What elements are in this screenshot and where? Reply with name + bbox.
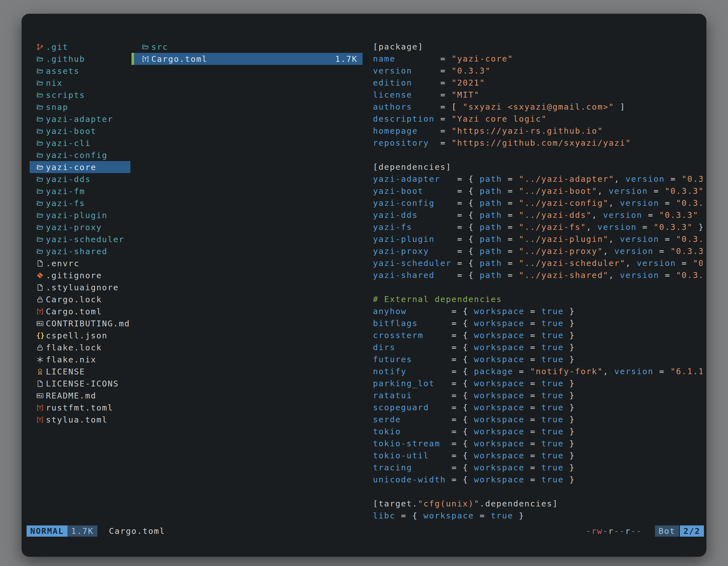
preview-line: notify = { package = "notify-fork", vers… [373, 365, 703, 377]
folder-icon [36, 139, 44, 147]
file-name: Cargo.toml [46, 307, 102, 316]
dir-row[interactable]: yazi-fm [30, 185, 130, 197]
file-row[interactable]: LICENSE-ICONS [30, 377, 130, 389]
file-name: LICENSE [46, 367, 85, 376]
dir-row[interactable]: .github [30, 53, 130, 65]
file-row[interactable]: .styluaignore [30, 281, 130, 293]
folder-icon [36, 187, 44, 196]
preview-line: edition = "2021" [373, 77, 703, 89]
dir-row[interactable]: yazi-scheduler [30, 233, 130, 245]
dir-row[interactable]: assets [30, 65, 130, 77]
file-name: yazi-plugin [46, 211, 108, 220]
folder-icon [36, 91, 44, 99]
dir-row[interactable]: yazi-plugin [30, 209, 130, 221]
folder-icon [36, 223, 44, 232]
file-name: yazi-fs [46, 199, 85, 208]
dir-row[interactable]: yazi-core [30, 161, 130, 173]
file-name: .git [46, 42, 68, 52]
file-name: flake.lock [46, 343, 102, 352]
preview-line: bitflags = { workspace = true } [373, 317, 703, 329]
dir-row[interactable]: yazi-proxy [30, 221, 130, 233]
file-name: yazi-dds [46, 175, 91, 184]
medal-icon [36, 367, 44, 376]
dir-row[interactable]: yazi-fs [30, 197, 130, 209]
dir-row[interactable]: yazi-adapter [30, 113, 130, 125]
preview-line: [dependencies] [373, 161, 703, 173]
dir-row[interactable]: yazi-boot [30, 125, 130, 137]
file-row[interactable]: {}cspell.json [30, 329, 130, 341]
folder-icon [36, 127, 44, 135]
file-icon [36, 259, 44, 268]
folder-icon [36, 79, 44, 87]
folder-icon [36, 163, 44, 172]
file-row[interactable]: LICENSE [30, 365, 130, 377]
dir-row[interactable]: scripts [30, 89, 130, 101]
toml-icon [36, 415, 44, 424]
toml-icon [36, 307, 44, 316]
preview-line: name = "yazi-core" [373, 53, 703, 65]
folder-icon [36, 103, 44, 111]
file-name: README.md [46, 391, 97, 400]
dir-row[interactable]: src [131, 41, 363, 53]
preview-line: yazi-dds = { path = "../yazi-dds", versi… [373, 209, 703, 221]
nix-icon [36, 355, 44, 364]
dir-row[interactable]: yazi-cli [30, 137, 130, 149]
file-name: Cargo.lock [46, 295, 102, 304]
dir-row[interactable]: nix [30, 77, 130, 89]
preview-line: dirs = { workspace = true } [373, 341, 703, 353]
git-branch-icon [36, 43, 44, 51]
folder-icon [142, 43, 149, 51]
markdown-icon [36, 391, 44, 400]
file-name: flake.nix [46, 355, 97, 364]
file-row[interactable]: Cargo.toml1.7K [131, 53, 363, 65]
mode-indicator: NORMAL [27, 525, 67, 537]
preview-line: license = "MIT" [373, 89, 703, 101]
preview-line: version = "0.3.3" [373, 65, 703, 77]
file-row[interactable]: .envrc [30, 257, 130, 269]
file-row[interactable]: Cargo.lock [30, 293, 130, 305]
file-row[interactable]: README.md [30, 389, 130, 401]
file-name: yazi-boot [46, 126, 97, 136]
dir-row[interactable]: yazi-dds [30, 173, 130, 185]
preview-line: [target."cfg(unix)".dependencies] [373, 498, 703, 510]
dir-row[interactable]: yazi-config [30, 149, 130, 161]
folder-icon [36, 175, 44, 184]
file-row[interactable]: stylua.toml [30, 414, 130, 426]
file-row[interactable]: flake.lock [30, 341, 130, 353]
file-name: .envrc [46, 259, 79, 268]
file-row[interactable]: CONTRIBUTING.md [30, 317, 130, 329]
file-permissions: -rw-r--r-- [586, 526, 642, 536]
desktop-background: { "colors": { "bg_desktop": "#7c7e80", "… [0, 0, 728, 566]
file-name: yazi-fm [46, 187, 85, 196]
file-name: .styluaignore [46, 283, 119, 292]
file-row[interactable]: .gitignore [30, 269, 130, 281]
preview-line: tokio-stream = { workspace = true } [373, 438, 703, 450]
preview-line: homepage = "https://yazi-rs.github.io" [373, 125, 703, 137]
preview-line: repository = "https://github.com/sxyazi/… [373, 137, 703, 149]
preview-line: authors = [ "sxyazi <sxyazi@gmail.com>" … [373, 101, 703, 113]
file-name: cspell.json [46, 331, 108, 340]
lock-icon [36, 343, 44, 352]
preview-line: serde = { workspace = true } [373, 414, 703, 426]
dir-row[interactable]: snap [30, 101, 130, 113]
preview-line: crossterm = { workspace = true } [373, 329, 703, 341]
preview-line: yazi-shared = { path = "../yazi-shared",… [373, 269, 703, 281]
file-row[interactable]: flake.nix [30, 353, 130, 365]
file-row[interactable]: Cargo.toml [30, 305, 130, 317]
preview-line: anyhow = { workspace = true } [373, 305, 703, 317]
file-name: snap [46, 102, 68, 112]
dir-row[interactable]: yazi-shared [30, 245, 130, 257]
toml-icon [36, 403, 44, 412]
file-name: rustfmt.toml [46, 403, 113, 412]
file-name: yazi-core [46, 163, 97, 172]
file-name: src [151, 42, 168, 52]
current-pane: srcCargo.toml1.7K [131, 41, 363, 65]
preview-line: tracing = { workspace = true } [373, 462, 703, 474]
dir-row[interactable]: .git [30, 41, 130, 53]
file-name: CONTRIBUTING.md [46, 319, 130, 328]
file-name: scripts [46, 90, 85, 100]
file-row[interactable]: rustfmt.toml [30, 401, 130, 414]
preview-line [373, 149, 703, 161]
status-filename: Cargo.toml [109, 526, 165, 536]
preview-line: parking_lot = { workspace = true } [373, 377, 703, 389]
